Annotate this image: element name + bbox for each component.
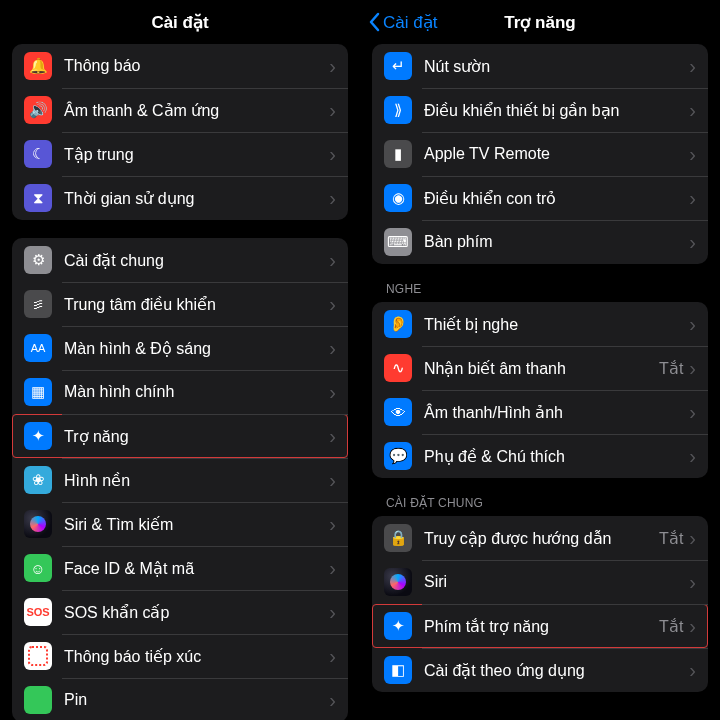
chevron-right-icon: ›	[329, 144, 336, 164]
row-display[interactable]: AAMàn hình & Độ sáng›	[12, 326, 348, 370]
general-header: CÀI ĐẶT CHUNG	[372, 496, 708, 516]
screen-time-icon: ⧗	[24, 184, 52, 212]
row-label: Phím tắt trợ năng	[424, 617, 659, 636]
row-pointer[interactable]: ◉Điều khiển con trỏ›	[372, 176, 708, 220]
accessibility-pane: Cài đặt Trợ năng ↵Nút sườn›⟫Điều khiển t…	[360, 0, 720, 720]
row-label: Màn hình chính	[64, 383, 329, 401]
row-control-center[interactable]: ꠵Trung tâm điều khiển›	[12, 282, 348, 326]
row-label: Điều khiển thiết bị gần bạn	[424, 101, 689, 120]
row-label: Siri & Tìm kiếm	[64, 515, 329, 534]
row-label: Âm thanh/Hình ảnh	[424, 403, 689, 422]
apple-tv-icon: ▮	[384, 140, 412, 168]
display-icon: AA	[24, 334, 52, 362]
row-notifications[interactable]: 🔔Thông báo›	[12, 44, 348, 88]
back-label: Cài đặt	[383, 12, 437, 33]
control-center-icon: ꠵	[24, 290, 52, 318]
row-label: Âm thanh & Cảm ứng	[64, 101, 329, 120]
row-accessibility[interactable]: ✦Trợ năng›	[12, 414, 348, 458]
chevron-right-icon: ›	[689, 56, 696, 76]
chevron-right-icon: ›	[329, 56, 336, 76]
row-sounds[interactable]: 🔊Âm thanh & Cảm ứng›	[12, 88, 348, 132]
chevron-right-icon: ›	[329, 338, 336, 358]
chevron-left-icon	[368, 12, 380, 32]
row-label: Apple TV Remote	[424, 145, 689, 163]
chevron-right-icon: ›	[329, 100, 336, 120]
chevron-right-icon: ›	[689, 660, 696, 680]
home-screen-icon: ▦	[24, 378, 52, 406]
chevron-right-icon: ›	[689, 446, 696, 466]
row-label: Thông báo tiếp xúc	[64, 647, 329, 666]
row-label: Tập trung	[64, 145, 329, 164]
row-screen-time[interactable]: ⧗Thời gian sử dụng›	[12, 176, 348, 220]
row-label: Face ID & Mật mã	[64, 559, 329, 578]
page-title: Trợ năng	[504, 12, 575, 33]
row-side-button[interactable]: ↵Nút sườn›	[372, 44, 708, 88]
physical-group: ↵Nút sườn›⟫Điều khiển thiết bị gần bạn›▮…	[372, 44, 708, 264]
pointer-icon: ◉	[384, 184, 412, 212]
accessibility-icon: ✦	[24, 422, 52, 450]
row-per-app[interactable]: ◧Cài đặt theo ứng dụng›	[372, 648, 708, 692]
row-label: Hình nền	[64, 471, 329, 490]
row-focus[interactable]: ☾Tập trung›	[12, 132, 348, 176]
chevron-right-icon: ›	[689, 314, 696, 334]
row-exposure[interactable]: Thông báo tiếp xúc›	[12, 634, 348, 678]
sos-icon: SOS	[24, 598, 52, 626]
accessibility-shortcut-icon: ✦	[384, 612, 412, 640]
row-label: Nút sườn	[424, 57, 689, 76]
row-guided-access[interactable]: 🔒Truy cập được hướng dẫnTắt›	[372, 516, 708, 560]
hearing-devices-icon: 👂	[384, 310, 412, 338]
row-label: Màn hình & Độ sáng	[64, 339, 329, 358]
row-home-screen[interactable]: ▦Màn hình chính›	[12, 370, 348, 414]
row-nearby[interactable]: ⟫Điều khiển thiết bị gần bạn›	[372, 88, 708, 132]
row-label: Nhận biết âm thanh	[424, 359, 659, 378]
row-siri[interactable]: Siri & Tìm kiếm›	[12, 502, 348, 546]
header: Cài đặt Trợ năng	[360, 0, 720, 44]
row-accessibility-shortcut[interactable]: ✦Phím tắt trợ năngTắt›	[372, 604, 708, 648]
row-label: Phụ đề & Chú thích	[424, 447, 689, 466]
row-sound-recognition[interactable]: ∿Nhận biết âm thanhTắt›	[372, 346, 708, 390]
row-subtitles[interactable]: 💬Phụ đề & Chú thích›	[372, 434, 708, 478]
accessibility-content: ↵Nút sườn›⟫Điều khiển thiết bị gần bạn›▮…	[360, 44, 720, 720]
row-value: Tắt	[659, 617, 683, 636]
faceid-icon: ☺	[24, 554, 52, 582]
hearing-group: 👂Thiết bị nghe›∿Nhận biết âm thanhTắt›👁Â…	[372, 302, 708, 478]
chevron-right-icon: ›	[329, 470, 336, 490]
back-button[interactable]: Cài đặt	[368, 12, 437, 33]
row-label: Trung tâm điều khiển	[64, 295, 329, 314]
guided-access-icon: 🔒	[384, 524, 412, 552]
row-faceid[interactable]: ☺Face ID & Mật mã›	[12, 546, 348, 590]
row-label: Cài đặt chung	[64, 251, 329, 270]
general-group: 🔒Truy cập được hướng dẫnTắt›Siri›✦Phím t…	[372, 516, 708, 692]
chevron-right-icon: ›	[329, 514, 336, 534]
row-general[interactable]: ⚙Cài đặt chung›	[12, 238, 348, 282]
row-label: Điều khiển con trỏ	[424, 189, 689, 208]
row-keyboard[interactable]: ⌨Bàn phím›	[372, 220, 708, 264]
row-label: SOS khẩn cấp	[64, 603, 329, 622]
row-label: Thời gian sử dụng	[64, 189, 329, 208]
keyboard-icon: ⌨	[384, 228, 412, 256]
siri-icon	[24, 510, 52, 538]
row-battery[interactable]: Pin›	[12, 678, 348, 720]
row-label: Siri	[424, 573, 689, 591]
row-audio-visual[interactable]: 👁Âm thanh/Hình ảnh›	[372, 390, 708, 434]
wallpaper-icon: ❀	[24, 466, 52, 494]
row-siri-accessibility[interactable]: Siri›	[372, 560, 708, 604]
row-label: Bàn phím	[424, 233, 689, 251]
row-wallpaper[interactable]: ❀Hình nền›	[12, 458, 348, 502]
row-apple-tv[interactable]: ▮Apple TV Remote›	[372, 132, 708, 176]
notifications-icon: 🔔	[24, 52, 52, 80]
chevron-right-icon: ›	[329, 558, 336, 578]
chevron-right-icon: ›	[689, 100, 696, 120]
chevron-right-icon: ›	[689, 572, 696, 592]
row-label: Thiết bị nghe	[424, 315, 689, 334]
row-sos[interactable]: SOSSOS khẩn cấp›	[12, 590, 348, 634]
chevron-right-icon: ›	[329, 602, 336, 622]
hearing-header: NGHE	[372, 282, 708, 302]
row-hearing-devices[interactable]: 👂Thiết bị nghe›	[372, 302, 708, 346]
chevron-right-icon: ›	[329, 646, 336, 666]
settings-pane: Cài đặt 🔔Thông báo›🔊Âm thanh & Cảm ứng›☾…	[0, 0, 360, 720]
chevron-right-icon: ›	[689, 188, 696, 208]
general-icon: ⚙	[24, 246, 52, 274]
exposure-icon	[24, 642, 52, 670]
chevron-right-icon: ›	[329, 250, 336, 270]
